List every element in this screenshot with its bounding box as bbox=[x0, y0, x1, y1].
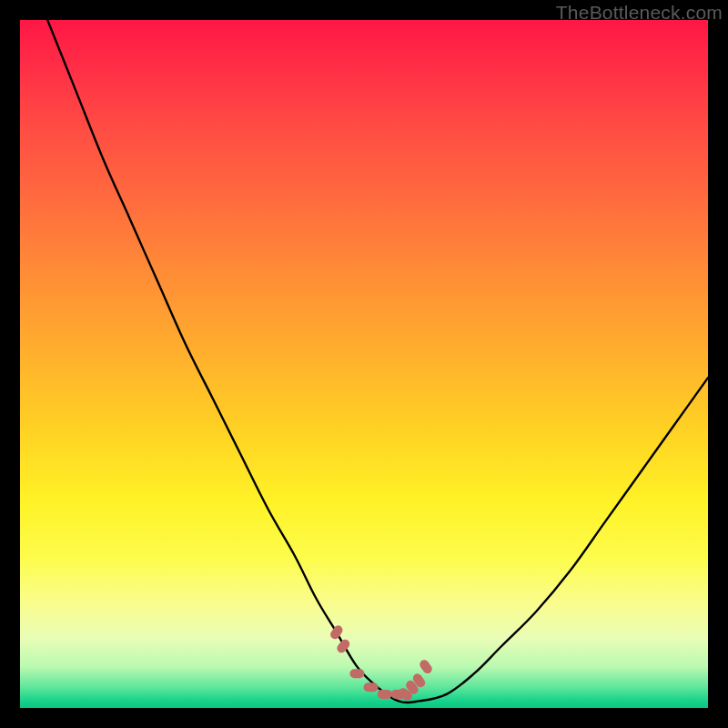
chart-frame: TheBottleneck.com bbox=[0, 0, 728, 728]
bottleneck-curve bbox=[47, 20, 708, 703]
trough-marker bbox=[378, 690, 392, 699]
plot-area bbox=[20, 20, 708, 708]
trough-marker bbox=[329, 623, 344, 641]
curve-svg bbox=[20, 20, 708, 708]
trough-markers bbox=[329, 623, 434, 702]
trough-marker bbox=[364, 682, 379, 692]
trough-marker bbox=[418, 658, 433, 675]
trough-marker bbox=[349, 669, 364, 678]
trough-marker bbox=[335, 638, 351, 655]
